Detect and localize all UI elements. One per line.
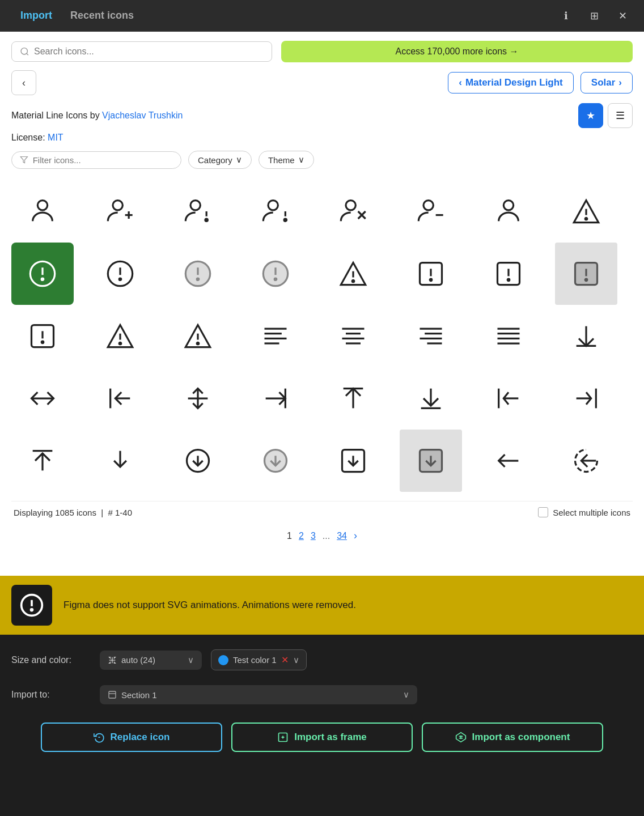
tab-import[interactable]: Import xyxy=(11,5,61,26)
list-button[interactable]: ☰ xyxy=(608,103,633,128)
icon-arrow-square-down[interactable] xyxy=(322,430,384,492)
page-2[interactable]: 2 xyxy=(299,531,304,541)
next-theme-button[interactable]: Solar › xyxy=(581,72,633,94)
icon-align-justify[interactable] xyxy=(477,305,540,367)
select-multiple[interactable]: Select multiple icons xyxy=(538,507,630,517)
size-dropdown[interactable]: auto (24) ∨ xyxy=(100,651,202,670)
icon-alert-circle-gray2[interactable] xyxy=(244,243,307,305)
page-34[interactable]: 34 xyxy=(337,531,347,541)
icon-arrow-left-from-bar[interactable] xyxy=(89,367,151,430)
chevron-right-icon: › xyxy=(618,77,622,88)
icon-person[interactable] xyxy=(11,180,74,243)
icon-arrow-compress[interactable] xyxy=(11,367,74,430)
icon-arrow-down-partial[interactable] xyxy=(89,430,151,492)
icon-arrow-left-circle[interactable] xyxy=(555,430,617,492)
component-icon xyxy=(455,732,467,743)
color-swatch xyxy=(218,655,228,665)
action-buttons: Replace icon Import as frame Import as c… xyxy=(0,718,644,756)
icon-alert-square[interactable] xyxy=(400,243,462,305)
license-link[interactable]: MIT xyxy=(48,133,63,142)
icon-person-alert[interactable] xyxy=(167,180,229,243)
size-color-row: Size and color: auto (24) ∨ Test color 1… xyxy=(0,644,644,676)
icon-alert-circle-gray[interactable] xyxy=(167,243,229,305)
icon-arrow-left-long[interactable] xyxy=(477,430,540,492)
svg-point-23 xyxy=(41,278,43,280)
import-as-component-button[interactable]: Import as component xyxy=(422,722,603,752)
icon-arrow-down-to-bar[interactable] xyxy=(400,367,462,430)
icon-alert-triangle3[interactable] xyxy=(89,305,151,367)
filter-row: Category ∨ Theme ∨ xyxy=(11,151,633,169)
icon-align-left[interactable] xyxy=(244,305,307,367)
icon-alert-square2[interactable] xyxy=(477,243,540,305)
top-navigation: Import Recent icons ℹ ⊞ ✕ xyxy=(0,0,644,32)
frame-add-icon xyxy=(277,732,289,743)
svg-point-13 xyxy=(346,201,355,210)
import-as-frame-button[interactable]: Import as frame xyxy=(231,722,413,752)
star-button[interactable]: ★ xyxy=(578,103,603,128)
icon-alert-circle-filled[interactable] xyxy=(11,243,74,305)
filter-input[interactable] xyxy=(33,155,173,165)
icon-person-add[interactable] xyxy=(89,180,151,243)
color-dropdown[interactable]: Test color 1 ✕ ∨ xyxy=(211,649,307,670)
icon-alert-triangle4[interactable] xyxy=(167,305,229,367)
replace-icon-button[interactable]: Replace icon xyxy=(41,722,222,752)
remove-color-button[interactable]: ✕ xyxy=(281,654,289,665)
tab-recent[interactable]: Recent icons xyxy=(61,5,143,26)
icon-person-minus[interactable] xyxy=(400,180,462,243)
svg-point-16 xyxy=(423,201,433,210)
resize-icon xyxy=(108,656,117,665)
category-dropdown[interactable]: Category ∨ xyxy=(188,151,252,169)
close-icon[interactable]: ✕ xyxy=(612,6,633,26)
theme-dropdown[interactable]: Theme ∨ xyxy=(259,151,314,169)
page-next-arrow[interactable]: › xyxy=(354,530,357,542)
icon-arrow-expand-vertical[interactable] xyxy=(167,367,229,430)
icon-align-right[interactable] xyxy=(400,305,462,367)
section-dropdown[interactable]: Section 1 ∨ xyxy=(100,685,417,704)
grid-icon[interactable]: ⊞ xyxy=(584,6,604,26)
icon-align-center[interactable] xyxy=(322,305,384,367)
license-row: License: MIT xyxy=(11,133,633,143)
icon-person-alert2[interactable] xyxy=(244,180,307,243)
icon-arrow-right-to-bar[interactable] xyxy=(244,367,307,430)
warning-text: Figma does not support SVG animations. A… xyxy=(63,600,356,611)
icon-arrow-left-from-line[interactable] xyxy=(477,367,540,430)
author-link[interactable]: Vjacheslav Trushkin xyxy=(102,110,183,120)
icon-arrow-circle-down-gray[interactable] xyxy=(244,430,307,492)
icon-alert-square-outline[interactable] xyxy=(11,305,74,367)
icon-person-remove-x[interactable] xyxy=(322,180,384,243)
svg-point-43 xyxy=(585,279,587,280)
warning-icon xyxy=(19,593,44,618)
select-multiple-checkbox[interactable] xyxy=(538,507,548,517)
prev-theme-button[interactable]: ‹ Material Design Light xyxy=(448,72,574,94)
svg-line-1 xyxy=(27,53,28,55)
search-icon xyxy=(20,46,29,57)
icon-person-outline[interactable] xyxy=(477,180,540,243)
svg-point-10 xyxy=(268,201,278,210)
access-icons-button[interactable]: Access 170,000 more icons → xyxy=(281,41,633,62)
icon-alert-circle[interactable] xyxy=(89,243,151,305)
icon-arrow-down[interactable] xyxy=(555,305,617,367)
page-1[interactable]: 1 xyxy=(287,531,292,541)
search-input[interactable] xyxy=(34,46,264,57)
icon-alert-triangle2[interactable] xyxy=(322,243,384,305)
icon-alert-square-gray[interactable] xyxy=(555,243,617,305)
filter-input-box[interactable] xyxy=(11,151,181,169)
chevron-down-icon: ∨ xyxy=(298,155,304,165)
display-count: Displaying 1085 icons | # 1-40 xyxy=(14,508,132,517)
icon-warning-triangle[interactable] xyxy=(555,180,617,243)
back-button[interactable]: ‹ xyxy=(11,70,36,95)
icon-arrow-up-to-bar[interactable] xyxy=(11,430,74,492)
size-value: auto (24) xyxy=(121,655,155,665)
info-icon[interactable]: ℹ xyxy=(556,6,576,26)
svg-point-32 xyxy=(274,278,276,280)
attribution-row: Material Line Icons by Vjacheslav Trushk… xyxy=(11,103,633,128)
import-to-label: Import to: xyxy=(11,690,91,700)
icon-arrow-circle-down[interactable] xyxy=(167,430,229,492)
icon-arrow-right-to-line[interactable] xyxy=(555,367,617,430)
svg-marker-2 xyxy=(20,157,27,163)
icon-arrow-up[interactable] xyxy=(322,367,384,430)
search-box[interactable] xyxy=(11,41,272,62)
icon-arrow-square-down-gray[interactable] xyxy=(400,430,462,492)
color-name: Test color 1 xyxy=(233,655,277,665)
page-3[interactable]: 3 xyxy=(311,531,316,541)
